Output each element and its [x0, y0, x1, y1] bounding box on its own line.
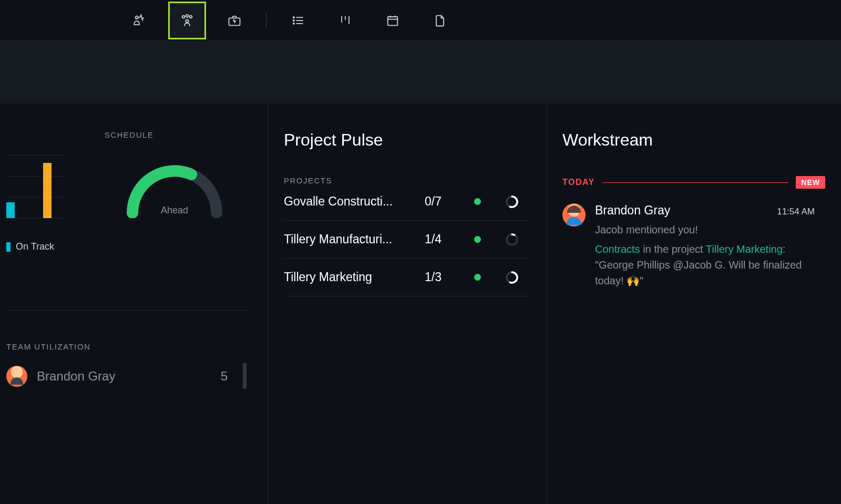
project-ratio: 1/3 [425, 270, 454, 284]
status-dot-icon [474, 274, 481, 281]
team-member-name: Brandon Gray [37, 369, 115, 384]
legend-label: On Track [16, 241, 54, 252]
project-row[interactable]: Tillery Marketing 1/3 [284, 259, 530, 296]
feed-link-contracts[interactable]: Contracts [595, 243, 640, 255]
project-name: Tillery Marketing [284, 270, 415, 284]
schedule-bar-chart [6, 155, 64, 218]
svg-point-3 [190, 15, 192, 18]
project-name: Govalle Constructi... [284, 194, 415, 209]
divider-line [602, 182, 789, 183]
top-nav [0, 0, 841, 41]
workstream-title: Workstream [562, 130, 825, 150]
team-row[interactable]: Brandon Gray 5 [6, 366, 252, 387]
column-schedule: SCHEDULE Ahead On Track [0, 104, 268, 504]
bar-2 [43, 163, 52, 218]
new-badge: NEW [796, 176, 825, 189]
team-member-count: 5 [221, 369, 252, 384]
svg-rect-15 [388, 17, 398, 25]
today-label: TODAY [562, 178, 595, 187]
avatar [562, 203, 586, 227]
nav-pulse-icon[interactable] [121, 2, 159, 39]
bar-1 [6, 202, 15, 218]
progress-ring-icon [505, 233, 519, 246]
gauge-label: Ahead [161, 205, 188, 216]
team-utilization-label: TEAM UTILIZATION [6, 342, 252, 351]
svg-point-21 [507, 234, 517, 245]
feed-message: Contracts in the project Tillery Marketi… [595, 241, 815, 289]
svg-point-8 [293, 23, 294, 24]
feed-time: 11:54 AM [777, 207, 815, 217]
project-list: Govalle Constructi... 0/7 Tillery Manufa… [284, 185, 530, 296]
nav-file-icon[interactable] [421, 2, 459, 39]
schedule-gauge: Ahead [122, 155, 227, 218]
status-dot-icon [474, 236, 481, 243]
feed-link-project[interactable]: Tillery Marketing [706, 243, 783, 255]
svg-point-6 [293, 17, 294, 18]
project-row[interactable]: Tillery Manufacturi... 1/4 [284, 221, 530, 259]
nav-team-icon[interactable] [168, 2, 206, 39]
svg-point-2 [186, 14, 189, 17]
nav-divider [266, 13, 266, 28]
project-ratio: 0/7 [425, 194, 454, 209]
scrollbar-thumb[interactable] [243, 363, 247, 389]
nav-briefcase-icon[interactable] [216, 2, 253, 39]
column-workstream: Workstream TODAY NEW Brandon Gray 11:54 … [547, 104, 841, 504]
svg-point-4 [186, 19, 188, 22]
nav-board-icon[interactable] [326, 2, 364, 39]
legend-on-track: On Track [6, 241, 252, 252]
nav-calendar-icon[interactable] [374, 2, 412, 39]
avatar [6, 366, 27, 387]
feed-author: Brandon Gray [595, 203, 670, 218]
schedule-label: SCHEDULE [6, 130, 252, 139]
progress-ring-icon [505, 271, 519, 284]
progress-ring-icon [505, 195, 519, 209]
project-ratio: 1/4 [425, 232, 454, 246]
project-row[interactable]: Govalle Constructi... 0/7 [284, 185, 530, 221]
divider [6, 310, 252, 311]
header-band [0, 41, 841, 104]
main-content: SCHEDULE Ahead On Track [0, 104, 841, 504]
project-pulse-title: Project Pulse [284, 130, 530, 150]
project-name: Tillery Manufacturi... [284, 232, 415, 246]
feed-subtitle: Jacob mentioned you! [595, 224, 815, 236]
legend-swatch [6, 242, 11, 252]
svg-point-0 [136, 16, 138, 18]
projects-subhead: PROJECTS [284, 176, 530, 185]
column-project-pulse: Project Pulse PROJECTS Govalle Construct… [268, 104, 547, 504]
workstream-today-divider: TODAY NEW [562, 176, 825, 189]
status-dot-icon [474, 198, 481, 205]
nav-list-icon[interactable] [279, 2, 317, 39]
feed-item[interactable]: Brandon Gray 11:54 AM Jacob mentioned yo… [562, 203, 825, 289]
svg-point-7 [293, 19, 294, 20]
svg-point-1 [182, 15, 185, 18]
